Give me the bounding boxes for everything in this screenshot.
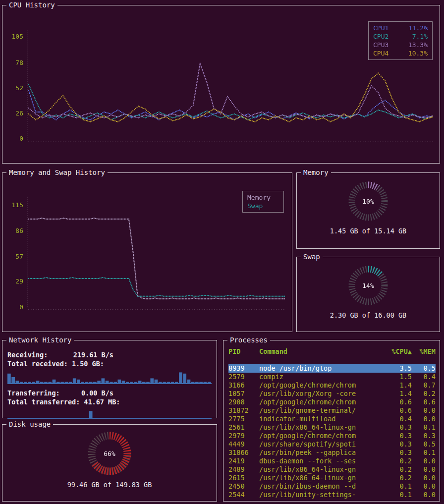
process-row[interactable]: 2544 /usr/lib/unity-settings- 0.1 0.0: [228, 491, 436, 499]
process-row[interactable]: 4449 /usr/share/spotify/spoti 0.3 0.5: [228, 440, 436, 448]
process-cpu: 0.3: [384, 440, 412, 448]
process-mem: 0.0: [412, 482, 436, 491]
receiving-value: 219.61 B/s: [72, 350, 113, 359]
process-row[interactable]: 2615 /usr/lib/x86_64-linux-gn 0.2 0.0: [228, 474, 436, 482]
transferring-label: Transferring:: [7, 389, 72, 397]
process-command: /opt/google/chrome/chrom: [259, 432, 384, 440]
cpu-legend-value: 11.2%: [408, 24, 428, 32]
process-mem: 0.1: [412, 423, 436, 432]
process-row[interactable]: 2908 /opt/google/chrome/chrom 0.6 0.6: [228, 398, 436, 406]
column-header-pid[interactable]: PID: [228, 347, 259, 356]
process-mem: 0.7: [412, 381, 436, 390]
total-transferred-line: Total transferred: 41.67 MB:: [7, 397, 212, 406]
process-row[interactable]: 2419 dbus-daemon --fork --ses 0.2 0.0: [228, 457, 436, 465]
process-row[interactable]: 3166 /opt/google/chrome/chrom 1.4 0.7: [228, 381, 436, 390]
gtop-dashboard: CPU History CPU1 11.2% CPU2 7.1% CPU3 13…: [0, 0, 444, 504]
process-cpu: 0.3: [384, 432, 412, 440]
process-pid: 8939: [228, 364, 259, 373]
process-row[interactable]: 2489 /usr/lib/x86_64-linux-gn 0.2 0.0: [228, 465, 436, 474]
cpu-legend-item: CPU2 7.1%: [373, 32, 428, 41]
process-command: /usr/bin/peek --gapplica: [259, 448, 384, 457]
process-pid: 31866: [228, 448, 259, 457]
process-command: compiz: [259, 373, 384, 381]
process-mem: 0.0: [412, 491, 436, 499]
process-command: dbus-daemon --fork --ses: [259, 457, 384, 465]
process-row[interactable]: 31872 /usr/lib/gnome-terminal/ 0.6 0.0: [228, 406, 436, 415]
process-command: node /usr/bin/gtop: [259, 364, 384, 373]
process-row[interactable]: 2979 /opt/google/chrome/chrom 0.3 0.3: [228, 432, 436, 440]
process-cpu: 1.4: [384, 390, 412, 398]
process-pid: 2775: [228, 415, 259, 423]
disk-usage-title: Disk usage: [6, 420, 53, 428]
memory-percent: 10%: [337, 180, 399, 223]
process-command: /usr/lib/x86_64-linux-gn: [259, 423, 384, 432]
process-command: /usr/bin/ibus-daemon --d: [259, 482, 384, 491]
cpu-legend-label: CPU3: [373, 41, 388, 49]
process-cpu: 0.2: [384, 457, 412, 465]
process-mem: 0.5: [412, 364, 436, 373]
cpu-history-panel: CPU History CPU1 11.2% CPU2 7.1% CPU3 13…: [2, 5, 440, 164]
process-pid: 2419: [228, 457, 259, 465]
process-cpu: 0.2: [384, 474, 412, 482]
process-cpu: 0.2: [384, 465, 412, 474]
process-pid: 2544: [228, 491, 259, 499]
process-cpu: 0.3: [384, 448, 412, 457]
column-header-mem[interactable]: %MEM: [412, 347, 436, 356]
process-pid: 2579: [228, 373, 259, 381]
process-cpu: 0.3: [384, 423, 412, 432]
process-command: /usr/lib/xorg/Xorg -core: [259, 390, 384, 398]
process-row[interactable]: 2561 /usr/lib/x86_64-linux-gn 0.3 0.1: [228, 423, 436, 432]
total-received-line: Total received: 1.50 GB:: [7, 359, 212, 368]
network-body: Receiving: 219.61 B/s Total received: 1.…: [2, 340, 217, 419]
process-cpu: 0.6: [384, 398, 412, 406]
process-cpu: 0.6: [384, 406, 412, 415]
process-mem: 0.0: [412, 457, 436, 465]
process-cpu: 1.4: [384, 381, 412, 390]
memory-usage-text: 1.45 GB of 15.14 GB: [297, 227, 440, 235]
cpu-legend-item: CPU1 11.2%: [373, 24, 428, 32]
process-mem: 0.0: [412, 474, 436, 482]
network-history-panel: Network History Receiving: 219.61 B/s To…: [2, 340, 217, 418]
process-mem: 0.3: [412, 432, 436, 440]
process-command: /opt/google/chrome/chrom: [259, 398, 384, 406]
process-table-header: PID Command %CPU▲ %MEM: [228, 347, 436, 356]
process-row[interactable]: 8939 node /usr/bin/gtop 3.5 0.5: [228, 364, 436, 373]
memory-swap-legend-item: Swap: [247, 202, 279, 210]
swap-usage-text: 2.30 GB of 16.00 GB: [297, 311, 440, 319]
swap-percent: 14%: [337, 264, 399, 307]
memory-donut: 10%: [337, 180, 399, 223]
process-mem: 0.1: [412, 448, 436, 457]
cpu-legend-value: 13.3%: [408, 41, 428, 49]
process-mem: 0.4: [412, 373, 436, 381]
process-row[interactable]: 31866 /usr/bin/peek --gapplica 0.3 0.1: [228, 448, 436, 457]
memory-panel: Memory 10% 1.45 GB of 15.14 GB: [296, 172, 440, 249]
disk-percent: 66%: [79, 431, 140, 476]
process-mem: 0.6: [412, 398, 436, 406]
process-mem: 0.2: [412, 390, 436, 398]
total-received-value: 1.50 GB:: [72, 359, 104, 368]
cpu-legend: CPU1 11.2% CPU2 7.1% CPU3 13.3% CPU4 10.…: [368, 21, 433, 60]
transferring-value: 0.00 B/s: [72, 389, 113, 397]
process-pid: 2561: [228, 423, 259, 432]
process-pid: 2979: [228, 432, 259, 440]
process-cpu: 0.1: [384, 482, 412, 491]
process-row[interactable]: 2775 indicator-multiload 0.4 0.0: [228, 415, 436, 423]
cpu-legend-label: CPU2: [373, 32, 388, 41]
disk-usage-panel: Disk usage 66% 99.46 GB of 149.83 GB: [2, 424, 217, 502]
process-command: /opt/google/chrome/chrom: [259, 381, 384, 390]
process-row[interactable]: 2579 compiz 1.5 0.4: [228, 373, 436, 381]
processes-panel: Processes PID Command %CPU▲ %MEM 8939 no…: [223, 340, 440, 502]
network-history-title: Network History: [6, 336, 74, 344]
column-header-command[interactable]: Command: [259, 347, 384, 356]
processes-title: Processes: [227, 336, 270, 344]
cpu-legend-value: 10.3%: [408, 49, 428, 57]
process-rows: 8939 node /usr/bin/gtop 3.5 0.5 2579 com…: [228, 364, 436, 499]
total-transferred-value: 41.67 MB:: [84, 397, 120, 406]
disk-donut: 66%: [79, 431, 140, 476]
process-mem: 0.0: [412, 415, 436, 423]
process-row[interactable]: 2450 /usr/bin/ibus-daemon --d 0.1 0.0: [228, 482, 436, 491]
process-mem: 0.5: [412, 440, 436, 448]
column-header-cpu[interactable]: %CPU▲: [384, 347, 412, 356]
process-pid: 2450: [228, 482, 259, 491]
process-row[interactable]: 1057 /usr/lib/xorg/Xorg -core 1.4 0.2: [228, 390, 436, 398]
